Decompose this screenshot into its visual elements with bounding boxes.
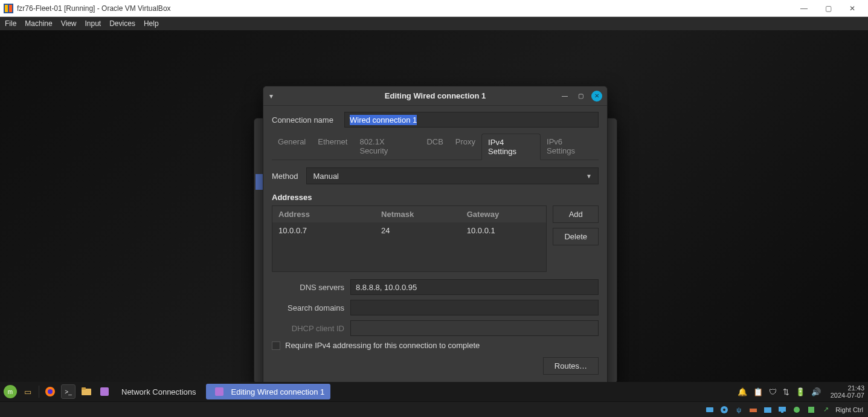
svg-rect-1	[5, 5, 8, 12]
vb-maximize-button[interactable]: ▢	[816, 4, 840, 13]
svg-rect-9	[100, 387, 109, 396]
method-select[interactable]: Manual ▼	[306, 167, 599, 184]
taskbar-app-network-connections[interactable]: Network Connections	[115, 384, 202, 399]
tab-ethernet[interactable]: Ethernet	[312, 134, 353, 160]
dns-servers-label: DNS servers	[272, 283, 344, 292]
tab-dcb[interactable]: DCB	[420, 134, 449, 160]
svg-rect-19	[808, 407, 814, 413]
table-row[interactable]: 10.0.0.7 24 10.0.0.1	[272, 222, 546, 239]
chevron-down-icon[interactable]: ▾	[269, 92, 273, 100]
network-tray-icon[interactable]: ⇅	[783, 387, 789, 396]
host-key-label: Right Ctrl	[835, 406, 863, 413]
vb-menu-view[interactable]: View	[61, 19, 77, 28]
optical-icon[interactable]	[719, 405, 729, 415]
editing-connection-dialog: ▾ Editing Wired connection 1 — ▢ ✕ Conne…	[263, 86, 608, 417]
terminal-icon[interactable]: >_	[61, 384, 76, 399]
tab-8021x[interactable]: 802.1X Security	[353, 134, 420, 160]
clock[interactable]: 21:43 2024-07-07	[831, 384, 864, 399]
svg-point-18	[794, 407, 800, 413]
col-address: Address	[272, 206, 375, 222]
selected-connection-highlight	[256, 174, 263, 190]
col-gateway: Gateway	[461, 206, 547, 222]
firefox-icon[interactable]	[43, 384, 57, 399]
cpu-icon[interactable]	[806, 405, 816, 415]
dialog-minimize-button[interactable]: —	[560, 91, 570, 101]
tab-ipv6-settings[interactable]: IPv6 Settings	[541, 134, 599, 160]
settings-tabs: General Ethernet 802.1X Security DCB Pro…	[272, 134, 599, 160]
dialog-titlebar[interactable]: ▾ Editing Wired connection 1 — ▢ ✕	[263, 86, 607, 106]
virtualbox-window: fzr76-Fleet-01 [Running] - Oracle VM Vir…	[0, 0, 868, 417]
network-icon	[212, 384, 227, 399]
notification-icon[interactable]: 🔔	[738, 387, 747, 396]
cell-netmask[interactable]: 24	[375, 222, 461, 239]
vb-close-button[interactable]: ✕	[840, 4, 864, 13]
connection-name-label: Connection name	[272, 115, 344, 124]
vb-menu-input[interactable]: Input	[85, 19, 101, 28]
battery-icon[interactable]: 🔋	[796, 387, 805, 396]
dialog-close-button[interactable]: ✕	[591, 91, 602, 102]
vb-app-icon	[4, 4, 13, 13]
network-icon[interactable]	[97, 384, 112, 399]
addresses-table[interactable]: Address Netmask Gateway 10.0.0.7 24 10.0…	[272, 205, 547, 272]
display-icon[interactable]	[777, 405, 787, 415]
cell-gateway[interactable]: 10.0.0.1	[461, 222, 547, 239]
vb-menu-devices[interactable]: Devices	[109, 19, 135, 28]
method-label: Method	[272, 172, 298, 181]
cell-address[interactable]: 10.0.0.7	[272, 222, 375, 239]
connection-name-input[interactable]: Wired connection 1	[344, 112, 599, 128]
svg-point-6	[48, 389, 53, 394]
file-manager-icon[interactable]	[79, 384, 94, 399]
vb-menu-help[interactable]: Help	[144, 19, 159, 28]
connection-name-value: Wired connection 1	[350, 115, 417, 125]
svg-rect-10	[215, 387, 223, 396]
svg-rect-16	[779, 407, 786, 412]
shared-folder-icon[interactable]	[763, 405, 773, 415]
method-value: Manual	[313, 172, 339, 181]
svg-text:m: m	[8, 389, 13, 395]
dialog-title: Editing Wired connection 1	[385, 91, 486, 100]
search-domains-input[interactable]	[350, 300, 599, 315]
show-desktop-icon[interactable]: ▭	[21, 384, 35, 399]
svg-rect-15	[764, 407, 771, 413]
vb-menu-machine[interactable]: Machine	[25, 19, 52, 28]
vb-titlebar: fzr76-Fleet-01 [Running] - Oracle VM Vir…	[0, 0, 868, 17]
svg-rect-8	[82, 387, 86, 390]
add-button[interactable]: Add	[553, 205, 599, 223]
taskbar-app-label: Editing Wired connection 1	[231, 387, 325, 396]
system-tray: 🔔 📋 🛡 ⇅ 🔋 🔊 21:43 2024-07-07	[738, 384, 864, 399]
delete-button[interactable]: Delete	[553, 228, 599, 245]
taskbar-app-editing-connection[interactable]: Editing Wired connection 1	[206, 384, 331, 399]
recording-icon[interactable]	[792, 405, 802, 415]
vm-desktop: ▾ Editing Wired connection 1 — ▢ ✕ Conne…	[0, 30, 868, 417]
usb-icon[interactable]: ψ	[734, 405, 744, 415]
shield-icon[interactable]: 🛡	[769, 387, 777, 396]
mouse-integration-icon[interactable]: ↗	[821, 405, 831, 415]
network-adapter-icon[interactable]	[748, 405, 758, 415]
chevron-down-icon: ▼	[586, 173, 592, 179]
svg-rect-11	[706, 407, 713, 412]
vb-minimize-button[interactable]: —	[792, 4, 816, 13]
clipboard-icon[interactable]: 📋	[753, 387, 763, 396]
dialog-maximize-button[interactable]: ▢	[576, 91, 585, 101]
dhcp-client-id-input	[350, 320, 599, 336]
routes-button[interactable]: Routes…	[543, 357, 599, 375]
dns-servers-input[interactable]	[350, 279, 599, 295]
search-domains-label: Search domains	[272, 303, 344, 312]
vb-window-title: fzr76-Fleet-01 [Running] - Oracle VM Vir…	[17, 4, 171, 13]
svg-rect-2	[9, 5, 12, 12]
hdd-icon[interactable]	[705, 405, 715, 415]
svg-point-13	[723, 409, 725, 411]
volume-icon[interactable]: 🔊	[811, 387, 821, 396]
mint-menu-icon[interactable]: m	[4, 385, 17, 398]
linux-taskbar: m ▭ >_ Network Connections Editing Wire	[0, 382, 868, 401]
clock-date: 2024-07-07	[831, 392, 864, 399]
col-netmask: Netmask	[375, 206, 461, 222]
tab-proxy[interactable]: Proxy	[449, 134, 481, 160]
addresses-label: Addresses	[272, 193, 599, 202]
require-ipv4-checkbox[interactable]	[272, 341, 280, 350]
tab-general[interactable]: General	[272, 134, 312, 160]
tab-ipv4-settings[interactable]: IPv4 Settings	[481, 134, 541, 160]
vb-menu-file[interactable]: File	[5, 19, 16, 28]
taskbar-app-label: Network Connections	[121, 387, 196, 396]
svg-rect-17	[781, 412, 783, 413]
